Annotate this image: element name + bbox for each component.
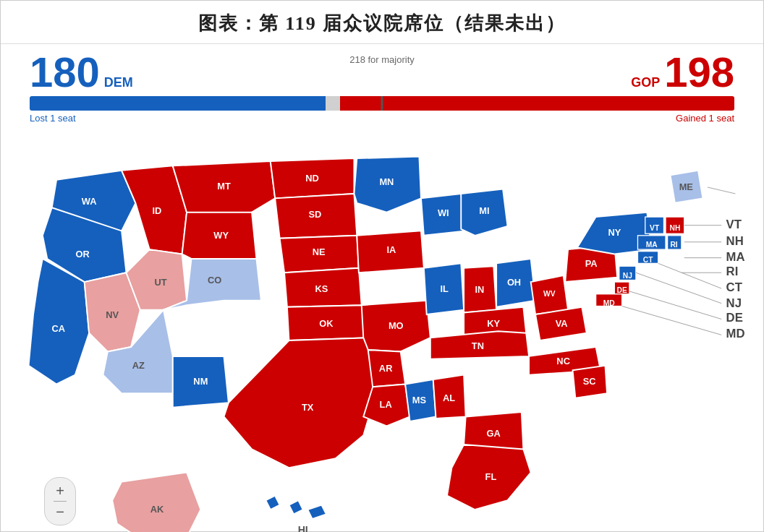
svg-text:NH: NH bbox=[726, 234, 744, 248]
svg-text:RI: RI bbox=[726, 265, 739, 278]
svg-rect-51 bbox=[637, 252, 658, 264]
gop-number: 198 bbox=[664, 51, 734, 93]
svg-line-42 bbox=[708, 187, 736, 194]
zoom-divider bbox=[54, 501, 67, 502]
svg-rect-45 bbox=[666, 217, 684, 233]
svg-text:MA: MA bbox=[726, 250, 745, 264]
usa-map: WA OR ID CA NV UT AZ bbox=[1, 127, 763, 532]
dem-number: 180 bbox=[30, 51, 100, 93]
gop-score: GOP 198 bbox=[631, 51, 734, 93]
bar-labels: Lost 1 seat Gained 1 seat bbox=[30, 111, 734, 124]
svg-rect-53 bbox=[619, 266, 636, 280]
zoom-out-button[interactable]: − bbox=[52, 503, 68, 520]
map-area: WA OR ID CA NV UT AZ bbox=[1, 124, 763, 532]
svg-line-63 bbox=[658, 263, 721, 288]
svg-line-64 bbox=[636, 273, 721, 303]
majority-label: 218 for majority bbox=[349, 54, 415, 65]
svg-text:MD: MD bbox=[726, 327, 745, 340]
gained-label: Gained 1 seat bbox=[676, 113, 734, 124]
svg-line-65 bbox=[629, 291, 721, 319]
lost-label: Lost 1 seat bbox=[30, 113, 76, 124]
svg-text:NJ: NJ bbox=[726, 296, 742, 310]
progress-bar bbox=[30, 96, 734, 111]
dem-label: DEM bbox=[104, 75, 133, 90]
svg-text:HI: HI bbox=[298, 524, 308, 532]
svg-rect-49 bbox=[668, 236, 682, 249]
scoreboard: 180 DEM 218 for majority GOP 198 bbox=[1, 44, 763, 93]
gap-bar bbox=[326, 96, 339, 111]
svg-rect-47 bbox=[637, 236, 666, 249]
svg-text:VT: VT bbox=[726, 218, 742, 231]
page-title: 图表：第 119 届众议院席位（结果未出） bbox=[1, 1, 763, 44]
majority-tick bbox=[381, 96, 383, 111]
map-svg-container: WA OR ID CA NV UT AZ bbox=[1, 127, 763, 532]
svg-line-66 bbox=[622, 306, 722, 335]
zoom-controls: + − bbox=[44, 477, 76, 525]
gop-label: GOP bbox=[631, 75, 660, 90]
svg-rect-43 bbox=[645, 217, 664, 233]
svg-text:CT: CT bbox=[726, 280, 743, 294]
dem-score: 180 DEM bbox=[30, 51, 133, 93]
gop-bar bbox=[340, 96, 734, 111]
zoom-in-button[interactable]: + bbox=[52, 482, 68, 499]
svg-rect-55 bbox=[614, 282, 629, 294]
svg-text:DE: DE bbox=[726, 311, 743, 325]
dem-bar bbox=[30, 96, 326, 111]
svg-rect-57 bbox=[596, 294, 622, 306]
progress-section: Lost 1 seat Gained 1 seat bbox=[1, 93, 763, 124]
